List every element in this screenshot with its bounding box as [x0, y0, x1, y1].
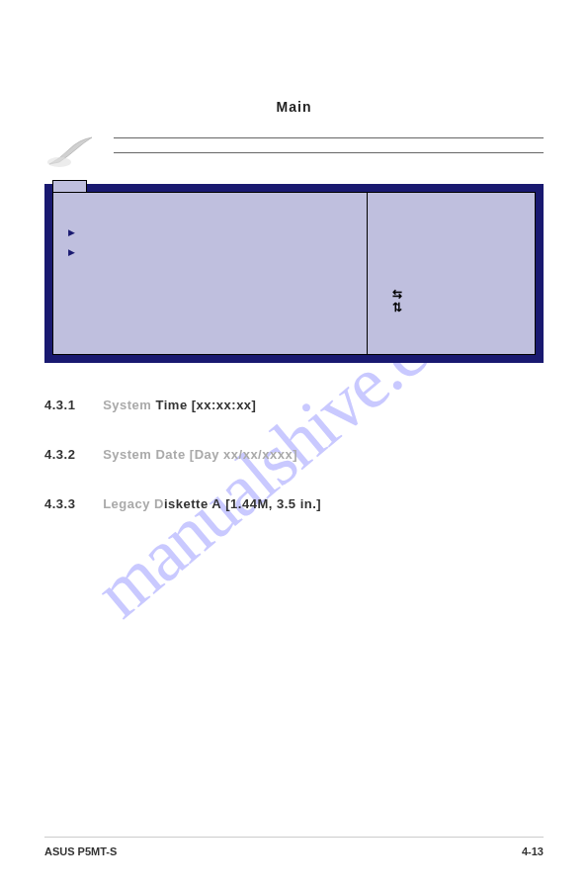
section-item: 4.3.2 System Date [Day xx/xx/xxxx]	[44, 447, 544, 462]
footer-product: ASUS P5MT-S	[44, 845, 117, 857]
page-content: Main ▶ ▶ ⇆⇅ 4.3.1 Syste	[0, 0, 588, 585]
section-title: System Date	[103, 447, 186, 462]
section-value: [xx:xx:xx]	[192, 398, 257, 412]
quill-icon	[44, 134, 99, 169]
section-title: System System TimeTime	[103, 398, 187, 412]
menu-title: Main	[44, 99, 544, 115]
svg-point-0	[47, 157, 71, 167]
section-number: 4.3.1	[44, 398, 99, 412]
bios-right-panel: ⇆⇅	[368, 193, 535, 354]
bios-nav-icon: ⇆⇅	[392, 287, 402, 314]
section-title: Legacy Diskette A	[103, 496, 221, 511]
section-number: 4.3.3	[44, 496, 99, 511]
note-lines	[114, 137, 544, 167]
bios-left-panel: ▶ ▶	[53, 193, 368, 354]
section-item: 4.3.1 System System TimeTime [xx:xx:xx]	[44, 398, 544, 412]
section-value: [Day xx/xx/xxxx]	[190, 447, 297, 462]
page-footer: ASUS P5MT-S 4-13	[44, 837, 544, 857]
note-section	[44, 134, 544, 169]
section-number: 4.3.2	[44, 447, 99, 462]
section-value: [1.44M, 3.5 in.]	[225, 496, 321, 511]
footer-page-number: 4-13	[522, 845, 544, 857]
bios-screenshot: ▶ ▶ ⇆⇅	[44, 184, 544, 363]
section-item: 4.3.3 Legacy Diskette A Legacy Diskette …	[44, 496, 544, 511]
bios-arrow-icon: ▶	[68, 242, 357, 262]
bios-arrow-icon: ▶	[68, 222, 357, 242]
